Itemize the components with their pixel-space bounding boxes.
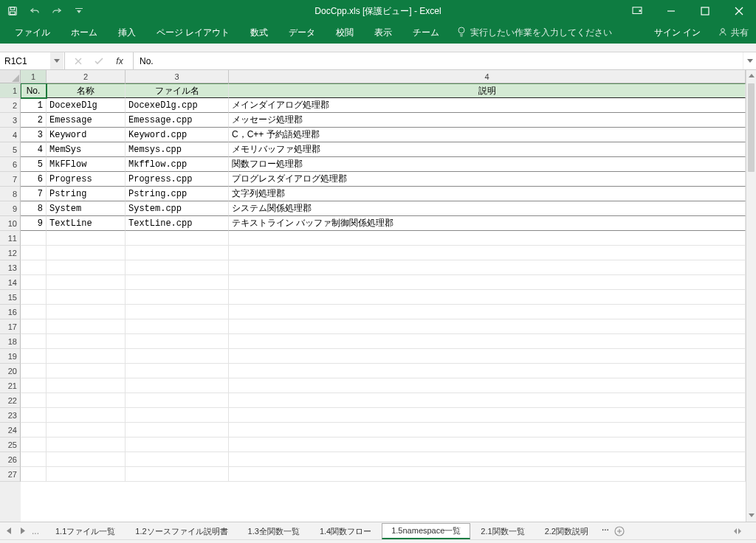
empty-cell[interactable] [47,260,126,275]
ribbon-tab-review[interactable]: 校閲 [326,22,364,44]
ribbon-tab-team[interactable]: チーム [402,22,450,44]
empty-cell[interactable] [229,437,746,452]
name-box[interactable] [0,52,65,69]
empty-cell[interactable] [229,334,746,349]
redo-icon[interactable] [50,4,63,18]
cell-no[interactable]: 5 [21,157,47,172]
empty-cell[interactable] [126,334,229,349]
empty-cell[interactable] [229,393,746,408]
sheet-nav-prev-icon[interactable] [3,528,15,534]
empty-cell[interactable] [21,305,47,319]
cell-file[interactable]: Memsys.cpp [126,142,229,157]
sheet-tab[interactable]: 2.1関数一覧 [471,523,534,539]
row-header[interactable]: 7 [0,172,21,187]
empty-cell[interactable] [229,275,746,290]
empty-cell[interactable] [21,393,47,408]
empty-cell[interactable] [47,364,126,378]
empty-cell[interactable] [126,423,229,437]
cell-no[interactable]: 8 [21,201,47,216]
name-box-input[interactable] [0,55,50,68]
col-header-3[interactable]: 3 [126,70,229,83]
fx-icon[interactable]: fx [109,53,130,69]
empty-cell[interactable] [21,231,47,246]
empty-cell[interactable] [47,452,126,467]
ribbon-tab-view[interactable]: 表示 [364,22,402,44]
tell-me[interactable]: 実行したい作業を入力してください [450,22,619,44]
col-header-4[interactable]: 4 [229,70,746,83]
cell-name[interactable]: MemSys [47,142,126,157]
sheet-tab[interactable]: 1.4関数フロー [310,523,381,539]
cell-name[interactable]: Pstring [47,187,126,201]
cell-file[interactable]: TextLine.cpp [126,216,229,231]
row-header[interactable]: 24 [0,423,21,437]
row-header[interactable]: 6 [0,157,21,172]
empty-cell[interactable] [21,437,47,452]
cell-name[interactable]: MkFFlow [47,157,126,172]
cell-desc[interactable]: メモリバッファ処理郡 [229,142,746,157]
cell-no[interactable]: 7 [21,187,47,201]
empty-cell[interactable] [229,260,746,275]
empty-cell[interactable] [229,231,746,246]
sheet-tab[interactable]: 1.5namespace一覧 [382,523,470,539]
header-name[interactable]: 名称 [47,83,126,98]
cell-desc[interactable]: 文字列処理郡 [229,187,746,201]
cell-file[interactable]: Progress.cpp [126,172,229,187]
cell-no[interactable]: 4 [21,142,47,157]
empty-cell[interactable] [229,290,746,305]
horiz-scroll[interactable] [719,522,756,539]
empty-cell[interactable] [126,378,229,393]
empty-cell[interactable] [126,467,229,482]
sheet-tab[interactable]: 1.3全関数一覧 [238,523,309,539]
cell-desc[interactable]: メインダイアログ処理郡 [229,98,746,113]
name-box-dropdown-icon[interactable] [50,52,63,69]
cell-desc[interactable]: C，C++ 予約語処理郡 [229,128,746,142]
ribbon-tab-home[interactable]: ホーム [61,22,108,44]
select-all-corner[interactable] [0,70,21,83]
cell-desc[interactable]: プログレスダイアログ処理郡 [229,172,746,187]
scroll-down-icon[interactable] [746,510,756,522]
sheet-nav-next-icon[interactable] [16,528,28,534]
empty-cell[interactable] [47,349,126,364]
empty-cell[interactable] [126,231,229,246]
ribbon-tab-formulas[interactable]: 数式 [240,22,278,44]
cell-file[interactable]: Keyword.cpp [126,128,229,142]
row-header[interactable]: 5 [0,142,21,157]
sign-in[interactable]: サイン イン [644,22,711,44]
empty-cell[interactable] [47,231,126,246]
empty-cell[interactable] [126,275,229,290]
cell-name[interactable]: Emessage [47,113,126,128]
empty-cell[interactable] [21,364,47,378]
empty-cell[interactable] [47,319,126,334]
cell-file[interactable]: DocexeDlg.cpp [126,98,229,113]
formula-expand-icon[interactable] [743,52,756,69]
empty-cell[interactable] [47,393,126,408]
cell-desc[interactable]: メッセージ処理郡 [229,113,746,128]
row-header[interactable]: 22 [0,393,21,408]
row-header[interactable]: 4 [0,128,21,142]
row-header[interactable]: 11 [0,231,21,246]
row-header[interactable]: 14 [0,275,21,290]
cell-no[interactable]: 2 [21,113,47,128]
empty-cell[interactable] [126,260,229,275]
row-header[interactable]: 26 [0,452,21,467]
row-header[interactable]: 13 [0,260,21,275]
maximize-icon[interactable] [688,0,722,22]
minimize-icon[interactable] [654,0,688,22]
cell-name[interactable]: Progress [47,172,126,187]
new-sheet-icon[interactable] [612,522,627,539]
empty-cell[interactable] [229,452,746,467]
vertical-scrollbar[interactable] [746,70,756,522]
empty-cell[interactable] [229,378,746,393]
ribbon-tab-pagelayout[interactable]: ページ レイアウト [146,22,240,44]
row-header[interactable]: 23 [0,408,21,423]
empty-cell[interactable] [21,423,47,437]
row-header[interactable]: 16 [0,305,21,319]
empty-cell[interactable] [47,275,126,290]
row-header[interactable]: 2 [0,98,21,113]
sheet-tab[interactable]: 1.1ファイル一覧 [46,523,125,539]
cell-name[interactable]: Keyword [47,128,126,142]
worksheet-grid[interactable]: 1 2 3 4 12345678910111213141516171819202… [0,70,756,522]
row-header[interactable]: 27 [0,467,21,482]
cell-name[interactable]: DocexeDlg [47,98,126,113]
empty-cell[interactable] [21,334,47,349]
